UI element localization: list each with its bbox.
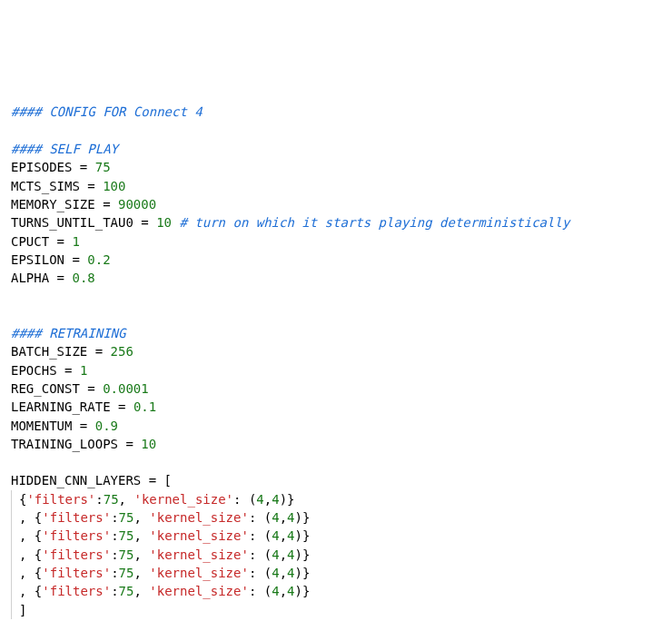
colon: :	[249, 584, 256, 598]
colon: :	[111, 547, 118, 562]
cpuct-val: 1	[72, 234, 79, 249]
epsilon-val: 0.2	[87, 252, 110, 267]
colon: :	[95, 492, 103, 507]
colon: :	[111, 510, 118, 525]
colon: :	[111, 566, 118, 580]
colon: :	[249, 547, 256, 562]
open-bracket: [	[164, 473, 172, 488]
alpha-val: 0.8	[72, 271, 94, 285]
comma: ,	[264, 492, 272, 507]
close-brace: }	[302, 528, 310, 543]
comma: ,	[280, 510, 287, 525]
close-paren: )	[295, 528, 302, 543]
comma-sp: ,	[133, 584, 149, 598]
filters-val: 75	[119, 510, 134, 525]
open-paren: (	[264, 584, 272, 598]
eq: =	[111, 399, 133, 414]
layer-row-2: , {'filters':75, 'kernel_size': (4,4)}	[11, 527, 310, 545]
open-paren: (	[264, 547, 272, 562]
comma-sp: ,	[19, 528, 35, 543]
learning-rate-name: LEARNING_RATE	[11, 399, 111, 414]
comma-sp: ,	[19, 584, 35, 598]
kernel-key: 'kernel_size'	[149, 547, 249, 562]
momentum-val: 0.9	[95, 419, 118, 433]
kernel-a: 4	[256, 492, 263, 507]
comma-sp: ,	[133, 547, 149, 562]
kernel-a: 4	[272, 584, 279, 598]
filters-key: 'filters'	[26, 492, 95, 507]
epsilon-name: EPSILON	[11, 252, 64, 267]
close-brace: }	[302, 510, 310, 525]
eq: =	[133, 215, 156, 230]
colon: :	[249, 566, 256, 580]
close-bracket: ]	[19, 603, 26, 617]
kernel-b: 4	[287, 547, 294, 562]
kernel-key: 'kernel_size'	[149, 528, 249, 543]
comma: ,	[280, 566, 287, 580]
filters-val: 75	[119, 584, 134, 598]
filters-key: 'filters'	[42, 547, 111, 562]
eq: =	[49, 234, 72, 249]
close-paren: )	[295, 547, 302, 562]
close-paren: )	[295, 566, 302, 580]
filters-key: 'filters'	[42, 510, 111, 525]
code-block: #### CONFIG FOR Connect 4 #### SELF PLAY…	[11, 84, 661, 621]
comma-sp: ,	[19, 547, 35, 562]
learning-rate-val: 0.1	[133, 399, 156, 414]
filters-val: 75	[119, 566, 134, 580]
momentum-name: MOMENTUM	[11, 419, 72, 433]
eq: =	[118, 437, 141, 451]
eq: =	[95, 197, 118, 212]
kernel-key: 'kernel_size'	[149, 510, 249, 525]
colon: :	[249, 528, 256, 543]
kernel-key: 'kernel_size'	[133, 492, 233, 507]
mcts-sims-val: 100	[103, 179, 125, 193]
eq: =	[80, 179, 103, 193]
comma-sp: ,	[133, 510, 149, 525]
layer-row-1: , {'filters':75, 'kernel_size': (4,4)}	[11, 508, 310, 527]
layer-row-3: , {'filters':75, 'kernel_size': (4,4)}	[11, 546, 310, 564]
turns-until-tau0-val: 10	[156, 215, 172, 230]
close-brace: }	[302, 547, 310, 562]
batch-size-val: 256	[111, 344, 133, 359]
comma-sp: ,	[133, 528, 149, 543]
training-loops-val: 10	[141, 437, 156, 451]
kernel-b: 4	[287, 510, 294, 525]
close-paren: )	[295, 510, 302, 525]
layer-row-0: {'filters':75, 'kernel_size': (4,4)}	[11, 490, 295, 508]
comma-sp: ,	[119, 492, 134, 507]
self-play-heading: #### SELF PLAY	[11, 142, 118, 156]
epochs-name: EPOCHS	[11, 363, 57, 378]
kernel-key: 'kernel_size'	[149, 566, 249, 580]
filters-val: 75	[119, 547, 134, 562]
comma: ,	[280, 528, 287, 543]
close-paren: )	[280, 492, 287, 507]
colon: :	[111, 584, 118, 598]
close-paren: )	[295, 584, 302, 598]
kernel-b: 4	[287, 566, 294, 580]
header-comment: #### CONFIG FOR Connect 4	[11, 104, 203, 119]
open-paren: (	[264, 510, 272, 525]
kernel-a: 4	[272, 566, 279, 580]
retraining-heading: #### RETRAINING	[11, 326, 125, 340]
close-brace: }	[302, 584, 310, 598]
kernel-key: 'kernel_size'	[149, 584, 249, 598]
eq: =	[72, 419, 94, 433]
eq: =	[141, 473, 163, 488]
eq: =	[57, 363, 80, 378]
comma-sp: ,	[19, 566, 35, 580]
turns-until-tau0-name: TURNS_UNTIL_TAU0	[11, 215, 133, 230]
kernel-b: 4	[287, 584, 294, 598]
layer-row-5: , {'filters':75, 'kernel_size': (4,4)}	[11, 582, 310, 600]
close-bracket-row: ]	[11, 601, 26, 619]
turns-until-tau0-comment: # turn on which it starts playing determ…	[179, 215, 569, 230]
reg-const-name: REG_CONST	[11, 381, 80, 396]
filters-key: 'filters'	[42, 566, 111, 580]
epochs-val: 1	[80, 363, 87, 378]
kernel-a: 4	[272, 547, 279, 562]
batch-size-name: BATCH_SIZE	[11, 344, 87, 359]
comma-sp: ,	[19, 510, 35, 525]
eq: =	[49, 271, 72, 285]
memory-size-name: MEMORY_SIZE	[11, 197, 95, 212]
open-paren: (	[264, 528, 272, 543]
